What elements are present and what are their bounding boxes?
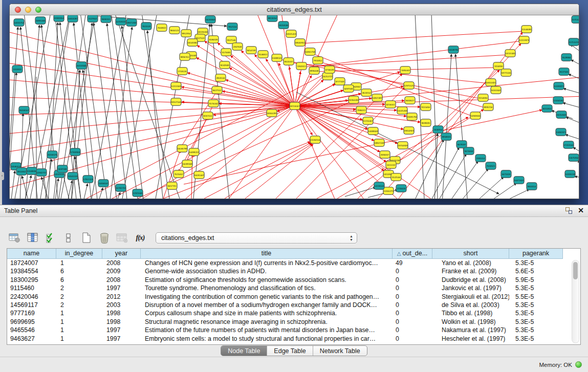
table-cell[interactable]: 2: [56, 293, 102, 301]
table-row[interactable]: 946362711997Embryonic stem cells: a mode…: [7, 335, 580, 343]
table-cell[interactable]: 2: [56, 301, 102, 309]
table-cell[interactable]: 2008: [102, 276, 141, 284]
table-cell[interactable]: 9115460: [7, 284, 56, 292]
close-window-button[interactable]: [15, 7, 21, 13]
table-cell[interactable]: Embryonic stem cells: a model to study s…: [141, 335, 393, 343]
network-window-titlebar[interactable]: citations_edges.txt: [10, 4, 579, 15]
table-cell[interactable]: de Silva et al. (2003): [432, 301, 509, 309]
graph-edge-red[interactable]: [10, 46, 295, 106]
graph-edge-black[interactable]: [10, 73, 16, 199]
graph-edge-black[interactable]: [142, 15, 169, 199]
table-cell[interactable]: 5.3E-5: [509, 301, 563, 309]
table-cell[interactable]: Estimation of significance thresholds fo…: [141, 276, 393, 284]
table-cell[interactable]: Investigating the contribution of common…: [141, 293, 393, 301]
table-cell[interactable]: 5.3E-5: [509, 309, 563, 317]
column-header-pagerank[interactable]: pagerank: [509, 249, 563, 259]
function-builder-icon[interactable]: f(x): [134, 232, 147, 244]
graph-edge-black[interactable]: [83, 184, 88, 199]
graph-edge-red[interactable]: [358, 70, 499, 199]
graph-edge-red[interactable]: [300, 31, 524, 43]
table-cell[interactable]: 2: [56, 284, 102, 292]
table-cell[interactable]: 1: [56, 335, 102, 343]
graph-edge-red[interactable]: [10, 106, 295, 171]
graph-edge-black[interactable]: [20, 114, 23, 199]
table-cell[interactable]: 1998: [102, 318, 141, 326]
network-svg[interactable]: 1405571420891406193839141065328715276029…: [10, 15, 579, 199]
graph-edge-black[interactable]: [431, 15, 438, 199]
table-cell[interactable]: 1: [56, 318, 102, 326]
table-cell[interactable]: Jankovic et al. (1997): [432, 284, 509, 292]
table-cell[interactable]: Corpus callosum shape and size in male p…: [141, 309, 393, 317]
float-window-icon[interactable]: [565, 207, 573, 214]
table-cell[interactable]: 18300295: [7, 276, 56, 284]
table-row[interactable]: 1456911722003Disruption of a novel membe…: [7, 301, 580, 309]
graph-edge-red[interactable]: [295, 106, 368, 199]
graph-edge-red[interactable]: [225, 106, 295, 199]
new-document-icon[interactable]: [80, 232, 93, 244]
table-cell[interactable]: Nakamura et al. (1997): [432, 326, 509, 334]
tab-node-table[interactable]: Node Table: [221, 346, 267, 356]
graph-edge-black[interactable]: [459, 169, 488, 199]
table-cell[interactable]: Changes of HCN gene expression and I(f) …: [141, 259, 393, 267]
table-row[interactable]: 969969511998Structural magnetic resonanc…: [7, 318, 580, 326]
table-cell[interactable]: 5.9E-5: [509, 276, 563, 284]
graph-edge-black[interactable]: [573, 147, 579, 151]
table-cell[interactable]: 0: [393, 276, 432, 284]
table-cell[interactable]: Yano et al. (2008): [432, 259, 509, 267]
stacked-rows-icon[interactable]: [62, 232, 75, 244]
table-cell[interactable]: 9463627: [7, 335, 56, 343]
trash-icon[interactable]: [98, 232, 111, 244]
tab-edge-table[interactable]: Edge Table: [267, 346, 313, 356]
table-row[interactable]: 1830029562008Estimation of significance …: [7, 276, 580, 284]
table-row[interactable]: 1872400712008Changes of HCN gene express…: [7, 259, 580, 267]
table-cell[interactable]: 0: [393, 326, 432, 334]
table-panel-header[interactable]: Table Panel ✕: [0, 205, 588, 217]
column-header-out_de[interactable]: △out_de...: [393, 249, 432, 259]
table-cell[interactable]: 1: [56, 259, 102, 267]
graph-edge-red[interactable]: [295, 80, 323, 106]
graph-edge-black[interactable]: [111, 15, 138, 199]
graph-edge-black[interactable]: [563, 103, 579, 107]
minimize-window-button[interactable]: [25, 7, 31, 13]
checklist-icon[interactable]: [44, 232, 57, 244]
graph-edge-black[interactable]: [437, 154, 466, 199]
table-cell[interactable]: 9777169: [7, 309, 56, 317]
table-cell[interactable]: 6: [56, 276, 102, 284]
graph-edge-black[interactable]: [107, 24, 127, 199]
graph-edge-red[interactable]: [225, 144, 312, 199]
table-cell[interactable]: Genome-wide association studies in ADHD.: [141, 267, 393, 275]
scrollbar-thumb[interactable]: [573, 262, 578, 279]
panel-collapse-handle[interactable]: ‹: [0, 172, 4, 180]
table-cell[interactable]: 2009: [102, 267, 141, 275]
table-cell[interactable]: 5.3E-5: [509, 326, 563, 334]
graph-edge-black[interactable]: [566, 117, 579, 123]
column-header-title[interactable]: title: [141, 249, 393, 259]
table-selector[interactable]: citations_edges.txt ▲▼: [156, 232, 357, 244]
table-row[interactable]: 2242004622012Investigating the contribut…: [7, 293, 580, 301]
network-window[interactable]: citations_edges.txt 14055714208914061938…: [9, 4, 579, 199]
table-cell[interactable]: 2003: [102, 301, 141, 309]
table-cell[interactable]: 2008: [102, 259, 141, 267]
graph-edge-black[interactable]: [110, 27, 132, 199]
graph-edge-black[interactable]: [80, 15, 107, 199]
table-cell[interactable]: 0: [393, 267, 432, 275]
table-cell[interactable]: 0: [393, 301, 432, 309]
table-cell[interactable]: 5.3E-5: [509, 318, 563, 326]
graph-edge-black[interactable]: [24, 176, 31, 199]
table-cell[interactable]: 1997: [102, 335, 141, 343]
graph-edge-black[interactable]: [11, 171, 15, 199]
close-panel-icon[interactable]: ✕: [578, 207, 584, 214]
graph-edge-red[interactable]: [295, 96, 579, 106]
table-cell[interactable]: Tourette syndrome. Phenomenology and cla…: [141, 284, 393, 292]
table-cell[interactable]: 0: [393, 293, 432, 301]
graph-edge-red[interactable]: [295, 15, 312, 106]
table-cell[interactable]: 18724007: [7, 259, 56, 267]
graph-edge-black[interactable]: [345, 187, 376, 196]
column-header-short[interactable]: short: [432, 249, 509, 259]
table-row[interactable]: 1938455462009Genome-wide association stu…: [7, 267, 580, 275]
table-row[interactable]: 946554611997Estimation of the future num…: [7, 326, 580, 334]
graph-edge-black[interactable]: [499, 189, 529, 199]
table-cell[interactable]: 0: [393, 335, 432, 343]
table-cell[interactable]: 9699695: [7, 318, 56, 326]
table-cell[interactable]: 49: [393, 259, 432, 267]
